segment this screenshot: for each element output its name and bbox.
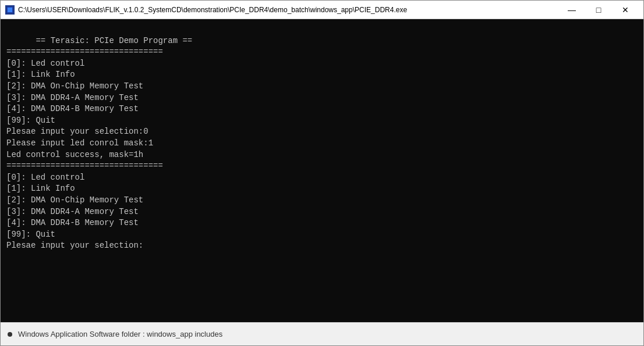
terminal-content: == Terasic: PCIe Demo Program == =======… xyxy=(6,24,638,263)
bullet-icon xyxy=(8,332,12,337)
menu-item-1-first: [1]: Link Info xyxy=(6,70,75,79)
menu-item-2-second: [2]: DMA On-Chip Memory Test xyxy=(6,195,143,205)
window-icon-inner xyxy=(7,7,13,13)
menu-item-0-first: [0]: Led control xyxy=(6,59,84,68)
selection-prompt-1: Plesae input your selection:0 xyxy=(6,127,148,136)
menu-item-99-second: [99]: Quit xyxy=(6,230,55,239)
program-title: == Terasic: PCIe Demo Program == xyxy=(36,36,192,45)
title-bar-left: C:\Users\USER\Downloads\FLIK_v.1.0.2_Sys… xyxy=(5,5,558,15)
menu-item-4-first: [4]: DMA DDR4-B Memory Test xyxy=(6,104,139,113)
terminal: == Terasic: PCIe Demo Program == =======… xyxy=(1,19,643,322)
title-text: C:\Users\USER\Downloads\FLIK_v.1.0.2_Sys… xyxy=(18,6,407,14)
divider-2: ================================ xyxy=(6,161,163,170)
menu-item-2-first: [2]: DMA On-Chip Memory Test xyxy=(6,81,143,91)
menu-item-1-second: [1]: Link Info xyxy=(6,184,75,193)
led-result: Led control success, mask=1h xyxy=(6,150,143,159)
main-window: C:\Users\USER\Downloads\FLIK_v.1.0.2_Sys… xyxy=(0,0,644,346)
menu-item-3-first: [3]: DMA DDR4-A Memory Test xyxy=(6,93,139,102)
minimize-button[interactable]: — xyxy=(558,1,585,19)
menu-item-3-second: [3]: DMA DDR4-A Memory Test xyxy=(6,207,139,216)
close-button[interactable]: ✕ xyxy=(612,1,639,19)
maximize-button[interactable]: □ xyxy=(585,1,612,19)
divider-1: ================================ xyxy=(6,47,163,56)
menu-item-0-second: [0]: Led control xyxy=(6,173,84,182)
window-icon xyxy=(5,5,15,15)
bottom-bar: Windows Application Software folder : wi… xyxy=(1,322,643,345)
menu-item-99-first: [99]: Quit xyxy=(6,116,55,125)
bottom-bar-text: Windows Application Software folder : wi… xyxy=(18,330,222,338)
title-bar-controls: — □ ✕ xyxy=(558,1,639,19)
menu-item-4-second: [4]: DMA DDR4-B Memory Test xyxy=(6,218,139,227)
selection-prompt-2: Plesae input your selection: xyxy=(6,241,143,250)
title-bar: C:\Users\USER\Downloads\FLIK_v.1.0.2_Sys… xyxy=(1,1,643,19)
led-prompt: Please input led conrol mask:1 xyxy=(6,138,153,148)
